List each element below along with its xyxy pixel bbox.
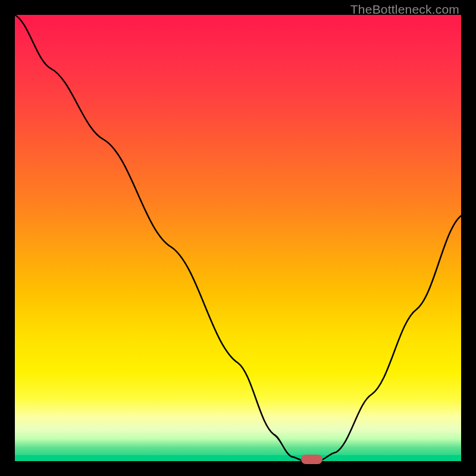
watermark-text: TheBottleneck.com <box>350 2 459 17</box>
bottleneck-curve <box>15 15 461 461</box>
optimal-point-marker <box>301 455 322 464</box>
bottleneck-chart: TheBottleneck.com <box>0 0 476 476</box>
